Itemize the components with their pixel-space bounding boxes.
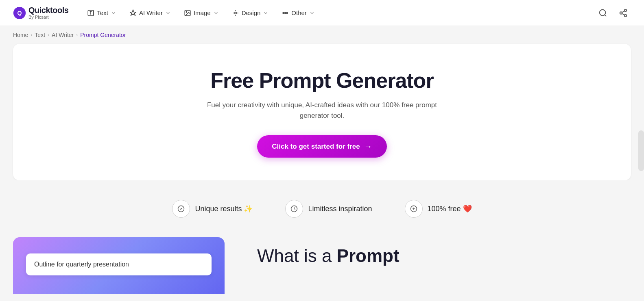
hero-subtitle: Fuel your creativity with unique, AI-cra…: [196, 100, 448, 121]
svg-point-5: [234, 12, 236, 14]
svg-point-4: [186, 11, 187, 12]
cta-arrow-icon: →: [364, 142, 372, 151]
timer-icon: [290, 205, 298, 212]
design-chevron-icon: [263, 10, 269, 16]
logo-text: Quicktools By Picsart: [28, 6, 68, 19]
hero-section: Free Prompt Generator Fuel your creativi…: [13, 44, 631, 180]
search-button[interactable]: [595, 5, 611, 21]
svg-point-12: [624, 14, 627, 16]
nav-menu: Text AI Writer Image: [81, 6, 592, 20]
share-button[interactable]: [616, 5, 631, 21]
logo-link[interactable]: Q Quicktools By Picsart: [13, 6, 68, 19]
image-icon: [184, 9, 191, 17]
nav-item-ai-writer[interactable]: AI Writer: [124, 6, 177, 20]
nav-text-label: Text: [97, 9, 108, 16]
image-chevron-icon: [213, 10, 219, 16]
feature-limitless-label: Limitless inspiration: [308, 205, 372, 213]
bottom-left-card: Outline for quarterly presentation: [13, 237, 225, 294]
share-icon: [619, 9, 628, 17]
other-icon: [282, 9, 289, 17]
svg-point-10: [624, 9, 627, 11]
text-chevron-icon: [111, 10, 116, 16]
feature-free-label: 100% free ❤️: [428, 204, 472, 213]
scrollbar[interactable]: [638, 130, 644, 171]
prompt-input-display[interactable]: Outline for quarterly presentation: [26, 253, 212, 275]
cta-label: Click to get started for free: [272, 143, 360, 151]
bottom-right-text: What is a Prompt: [257, 237, 631, 267]
ai-writer-chevron-icon: [165, 10, 171, 16]
breadcrumb-sep-2: ›: [48, 32, 49, 38]
hero-title: Free Prompt Generator: [26, 68, 618, 93]
feature-free: 100% free ❤️: [405, 200, 472, 218]
nav-other-label: Other: [291, 9, 307, 16]
nav-item-other[interactable]: Other: [276, 6, 321, 20]
free-icon-circle: [405, 200, 423, 218]
logo-sub-text: By Picsart: [28, 15, 68, 19]
search-icon: [598, 9, 607, 17]
limitless-icon-circle: [285, 200, 303, 218]
nav-design-label: Design: [242, 9, 261, 16]
nav-item-image[interactable]: Image: [178, 6, 225, 20]
breadcrumb-sep-1: ›: [31, 32, 32, 38]
svg-point-6: [285, 12, 286, 13]
nav-ai-writer-label: AI Writer: [139, 9, 163, 16]
what-is-normal: What is a: [257, 246, 337, 266]
feature-unique: Unique results ✨: [172, 200, 253, 218]
cta-button[interactable]: Click to get started for free →: [257, 135, 386, 158]
tag-icon: [410, 205, 417, 212]
nav-image-label: Image: [194, 9, 211, 16]
svg-point-11: [620, 12, 622, 14]
breadcrumb-home[interactable]: Home: [13, 32, 28, 38]
breadcrumb-current: Prompt Generator: [80, 32, 126, 38]
bottom-section: Outline for quarterly presentation What …: [0, 237, 644, 294]
breadcrumb: Home › Text › AI Writer › Prompt Generat…: [0, 26, 644, 44]
navbar: Q Quicktools By Picsart Text AI Writer: [0, 0, 644, 26]
breadcrumb-text[interactable]: Text: [35, 32, 45, 38]
logo-main-text: Quicktools: [28, 6, 68, 15]
svg-point-7: [283, 12, 284, 13]
features-strip: Unique results ✨ Limitless inspiration 1…: [0, 180, 644, 237]
design-icon: [232, 9, 239, 17]
other-chevron-icon: [309, 10, 315, 16]
svg-point-9: [600, 9, 606, 15]
checkmark-icon: [177, 205, 185, 212]
feature-limitless: Limitless inspiration: [285, 200, 372, 218]
logo-icon: Q: [13, 6, 26, 19]
unique-icon-circle: [172, 200, 190, 218]
svg-point-8: [286, 12, 288, 13]
what-is-bold: Prompt: [337, 246, 399, 266]
ai-writer-icon: [129, 9, 137, 17]
nav-item-design[interactable]: Design: [226, 6, 275, 20]
text-icon: [87, 9, 94, 17]
feature-unique-label: Unique results ✨: [195, 204, 253, 213]
svg-text:Q: Q: [17, 10, 22, 16]
nav-actions: [595, 5, 631, 21]
breadcrumb-sep-3: ›: [76, 32, 78, 38]
breadcrumb-ai-writer[interactable]: AI Writer: [52, 32, 74, 38]
what-is-heading: What is a Prompt: [257, 245, 631, 267]
nav-item-text[interactable]: Text: [81, 6, 122, 20]
